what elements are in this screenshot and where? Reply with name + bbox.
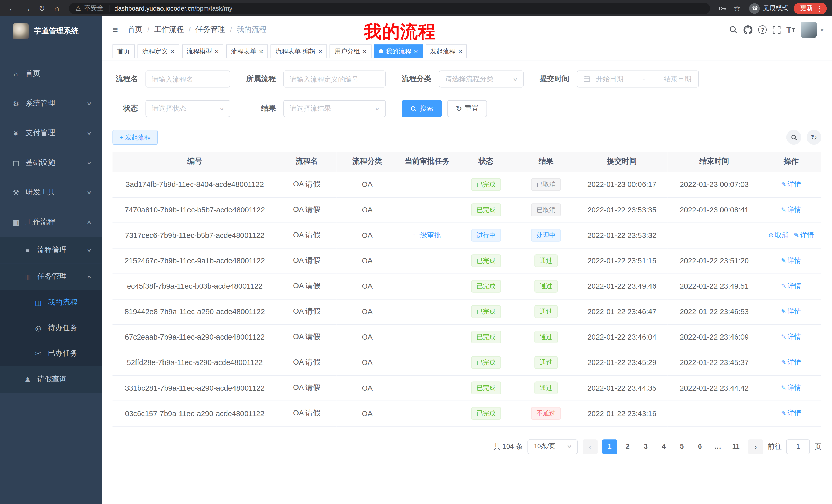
hamburger-icon[interactable]: ≡: [113, 24, 118, 35]
tab-process-form-edit[interactable]: 流程表单-编辑×: [270, 45, 327, 58]
fullscreen-icon[interactable]: [773, 26, 781, 34]
sidebar-item-done-tasks[interactable]: ✂已办任务: [0, 341, 102, 366]
tab-process-definition[interactable]: 流程定义×: [137, 45, 179, 58]
detail-link[interactable]: ✎详情: [781, 282, 801, 290]
cell-id: 7317cec6-7b9b-11ec-b5b7-acde48001122: [113, 223, 277, 248]
sidebar-item-my-process[interactable]: ◫我的流程: [0, 290, 102, 315]
submit-time-range-picker[interactable]: 开始日期 - 结束日期: [577, 71, 699, 87]
warning-triangle-icon: ⚠: [75, 5, 81, 12]
process-name-input[interactable]: [145, 71, 230, 87]
detail-link[interactable]: ✎详情: [781, 409, 801, 417]
close-icon[interactable]: ×: [318, 48, 322, 55]
tabs-bar: 首页流程定义×流程模型×流程表单×流程表单-编辑×用户分组×我的流程×发起流程×: [102, 43, 832, 60]
breadcrumb-item-workflow[interactable]: 工作流程: [154, 25, 184, 34]
close-icon[interactable]: ×: [170, 48, 174, 55]
close-icon[interactable]: ×: [458, 48, 462, 55]
breadcrumb-item-home[interactable]: 首页: [128, 25, 142, 34]
caret-down-icon[interactable]: ▾: [821, 26, 824, 33]
process-category-select[interactable]: 请选择流程分类 ∨: [439, 71, 524, 87]
close-icon[interactable]: ×: [363, 48, 367, 55]
page-button-5[interactable]: 5: [674, 439, 689, 454]
detail-link[interactable]: ✎详情: [794, 231, 814, 239]
page-button-1[interactable]: 1: [602, 439, 617, 454]
page-size-select[interactable]: 10条/页 ∨: [527, 439, 578, 454]
process-definition-input[interactable]: [283, 71, 386, 87]
sidebar-item-system[interactable]: ⚙系统管理∨: [0, 89, 102, 118]
goto-page-input[interactable]: [786, 439, 810, 454]
refresh-list-button[interactable]: ↻: [807, 130, 822, 145]
create-process-button[interactable]: + 发起流程: [113, 130, 158, 145]
page-button-4[interactable]: 4: [656, 439, 671, 454]
current-task-link[interactable]: 一级审批: [413, 231, 441, 239]
edit-icon: ✎: [781, 384, 786, 392]
search-button[interactable]: 搜索: [401, 100, 442, 117]
cell-category: OA: [336, 274, 398, 299]
more-pages-button[interactable]: ...: [710, 439, 725, 454]
browser-home-button[interactable]: ⌂: [50, 1, 64, 15]
edit-icon: ✎: [781, 359, 786, 366]
avatar[interactable]: [801, 22, 817, 38]
page-button-11[interactable]: 11: [729, 439, 744, 454]
kebab-menu-icon[interactable]: ⋮: [816, 4, 824, 12]
cell-current-task: [398, 350, 457, 375]
sidebar-item-task-management[interactable]: ▥任务管理∧: [0, 263, 102, 290]
key-icon[interactable]: [715, 1, 729, 15]
sidebar-item-workflow[interactable]: ▣工作流程∧: [0, 207, 102, 237]
toggle-search-button[interactable]: [786, 130, 801, 145]
page-button-3[interactable]: 3: [639, 439, 653, 454]
table-row: 3ad174fb-7b9d-11ec-8404-acde48001122OA 请…: [113, 172, 822, 197]
sidebar-item-infrastructure[interactable]: ▤基础设施∨: [0, 148, 102, 178]
yen-icon: ¥: [11, 129, 20, 137]
detail-link[interactable]: ✎详情: [781, 205, 801, 214]
edit-icon: ✎: [781, 308, 786, 315]
column-header-current-task: 当前审批任务: [398, 151, 457, 172]
tab-my-process[interactable]: 我的流程×: [374, 45, 423, 58]
detail-link[interactable]: ✎详情: [781, 333, 801, 341]
status-select[interactable]: 请选择状态 ∨: [145, 100, 230, 117]
page-button-2[interactable]: 2: [620, 439, 635, 454]
close-icon[interactable]: ×: [259, 48, 263, 55]
result-select[interactable]: 请选择流结果 ∨: [283, 100, 386, 117]
close-icon[interactable]: ×: [215, 48, 219, 55]
cell-end-time: [668, 223, 761, 248]
github-icon[interactable]: [744, 25, 753, 34]
cell-status: 进行中: [457, 223, 516, 248]
page-button-6[interactable]: 6: [693, 439, 707, 454]
browser-forward-button[interactable]: →: [20, 1, 34, 15]
workflow-icon: ▣: [11, 218, 20, 226]
font-size-icon[interactable]: TT: [786, 25, 795, 34]
sidebar-item-payment[interactable]: ¥支付管理∨: [0, 118, 102, 148]
detail-link[interactable]: ✎详情: [781, 180, 801, 188]
breadcrumb-item-task-management[interactable]: 任务管理: [196, 25, 225, 34]
search-icon[interactable]: [729, 25, 738, 34]
sidebar-item-home[interactable]: ⌂首页: [0, 59, 102, 89]
reset-button[interactable]: ↻ 重置: [447, 100, 487, 117]
sidebar-item-process-management[interactable]: ≡流程管理∨: [0, 237, 102, 263]
cell-name: OA 请假: [277, 248, 336, 274]
status-placeholder: 请选择状态: [152, 104, 186, 113]
sidebar-item-leave-query[interactable]: ♟请假查询: [0, 366, 102, 393]
tab-process-model[interactable]: 流程模型×: [182, 45, 224, 58]
detail-link[interactable]: ✎详情: [781, 257, 801, 264]
update-button[interactable]: 更新 ⋮: [794, 2, 827, 14]
bookmark-star-icon[interactable]: ☆: [730, 1, 744, 15]
sidebar-item-todo-tasks[interactable]: ◎待办任务: [0, 315, 102, 341]
browser-reload-button[interactable]: ↻: [35, 1, 49, 15]
chevron-down-icon: ∨: [219, 106, 225, 111]
tab-start-process[interactable]: 发起流程×: [425, 45, 467, 58]
browser-back-button[interactable]: ←: [5, 1, 19, 15]
tab-user-group[interactable]: 用户分组×: [330, 45, 371, 58]
detail-link[interactable]: ✎详情: [781, 307, 801, 315]
tab-home[interactable]: 首页: [113, 45, 135, 58]
sidebar-item-devtools[interactable]: ⚒研发工具∨: [0, 177, 102, 207]
close-icon[interactable]: ×: [414, 48, 418, 55]
detail-link[interactable]: ✎详情: [781, 358, 801, 366]
address-bar[interactable]: ⚠ 不安全 dashboard.yudao.iocoder.cn/bpm/tas…: [69, 2, 710, 14]
prev-page-button[interactable]: ‹: [582, 439, 598, 454]
cancel-link[interactable]: ⊘取消: [768, 231, 788, 239]
tab-process-form[interactable]: 流程表单×: [226, 45, 268, 58]
detail-link[interactable]: ✎详情: [781, 384, 801, 392]
next-page-button[interactable]: ›: [748, 439, 763, 454]
submit-time-label: 提交时间: [540, 74, 570, 84]
help-icon[interactable]: ?: [758, 25, 767, 34]
